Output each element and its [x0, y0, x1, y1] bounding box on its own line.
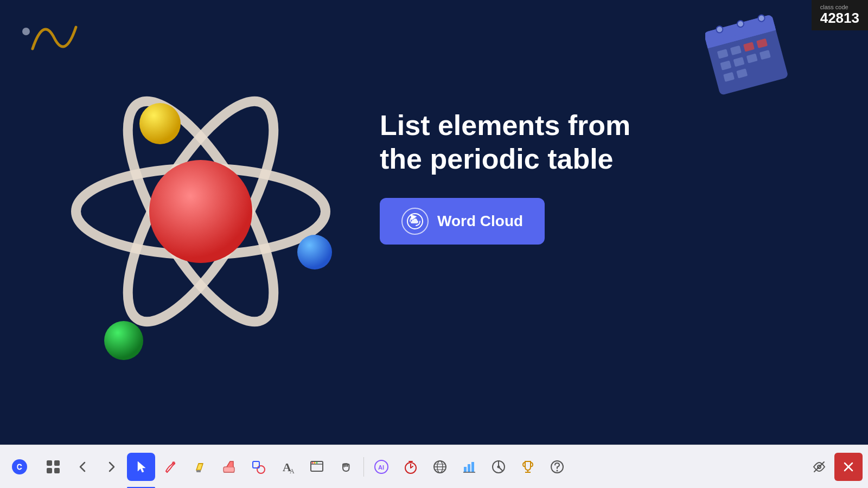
svg-rect-56: [471, 462, 474, 472]
svg-rect-28: [47, 468, 52, 473]
pointer-button[interactable]: [127, 453, 155, 481]
exit-button[interactable]: [834, 453, 863, 481]
word-cloud-icon: [401, 208, 429, 235]
back-button[interactable]: [68, 453, 97, 481]
svg-point-0: [22, 28, 30, 35]
svg-point-34: [257, 466, 265, 473]
separator-1: [363, 457, 364, 477]
question-title: List elements from the periodic table: [380, 108, 662, 176]
svg-point-22: [297, 235, 332, 269]
svg-point-40: [312, 462, 314, 464]
toolbar-right: [805, 453, 863, 481]
calendar-decoration: [705, 11, 792, 98]
timer-button[interactable]: [397, 453, 425, 481]
atom-illustration: [43, 43, 358, 369]
svg-rect-32: [224, 467, 234, 472]
svg-point-41: [314, 462, 316, 464]
svg-point-30: [172, 461, 175, 465]
eraser-button[interactable]: [215, 453, 243, 481]
svg-point-25: [12, 459, 27, 474]
shapes-button[interactable]: [244, 453, 272, 481]
svg-text:AI: AI: [378, 464, 384, 471]
svg-rect-26: [47, 460, 52, 466]
class-code-badge: class code 42813: [812, 0, 868, 30]
eye-slash-button[interactable]: [805, 453, 833, 481]
hand-button[interactable]: [332, 453, 360, 481]
whiteboard-button[interactable]: [303, 453, 331, 481]
word-cloud-button[interactable]: Word Cloud: [380, 198, 545, 245]
svg-point-20: [149, 160, 252, 263]
svg-text:A: A: [290, 467, 295, 474]
svg-rect-29: [54, 468, 60, 473]
svg-rect-27: [54, 460, 60, 466]
text-button[interactable]: A A: [273, 453, 302, 481]
browser-button[interactable]: [426, 453, 454, 481]
svg-point-42: [316, 462, 318, 464]
svg-point-63: [557, 470, 558, 471]
grid-button[interactable]: [39, 453, 67, 481]
svg-rect-55: [468, 464, 470, 472]
forward-button[interactable]: [98, 453, 126, 481]
svg-point-23: [104, 321, 143, 360]
pen-button[interactable]: [156, 453, 184, 481]
chart-button[interactable]: [455, 453, 483, 481]
svg-point-21: [139, 103, 181, 144]
right-content: List elements from the periodic table: [380, 108, 662, 245]
svg-rect-54: [464, 467, 467, 472]
toolbar: A A AI: [0, 445, 868, 488]
word-cloud-label: Word Cloud: [437, 213, 523, 230]
trophy-button[interactable]: [514, 453, 542, 481]
ai-button[interactable]: AI: [367, 453, 395, 481]
svg-line-65: [814, 462, 824, 472]
svg-point-59: [497, 465, 500, 468]
main-area: class code 42813: [0, 0, 868, 445]
wheel-button[interactable]: [484, 453, 513, 481]
svg-rect-31: [196, 470, 201, 472]
class-code-value: 42813: [820, 10, 859, 26]
highlighter-button[interactable]: [186, 453, 214, 481]
help-button[interactable]: [543, 453, 571, 481]
classpoint-logo-button[interactable]: [5, 453, 34, 481]
